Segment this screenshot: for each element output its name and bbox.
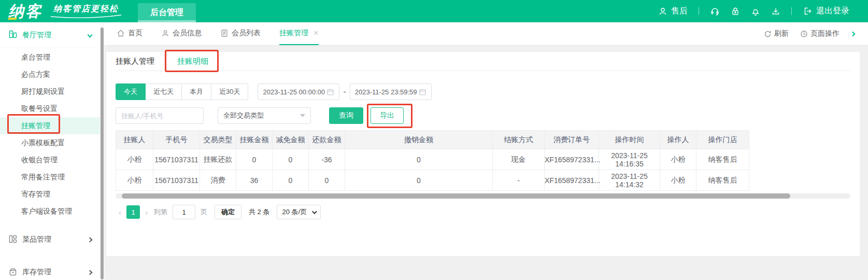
sidebar-item-common-remarks[interactable]: 常用备注管理	[0, 169, 100, 186]
tab-credit-mgmt[interactable]: 挂账管理 ×	[279, 22, 319, 45]
support-button[interactable]: 售后	[658, 6, 688, 17]
goto-page-input[interactable]	[173, 205, 195, 219]
cell: 0	[309, 170, 345, 191]
col-header: 撤销金额	[345, 131, 493, 149]
page-operations-button[interactable]: 页面操作	[800, 29, 839, 38]
search-input[interactable]	[116, 107, 204, 124]
restaurant-icon	[8, 30, 18, 40]
cell: 15671037311	[153, 170, 200, 191]
download-button[interactable]	[771, 7, 780, 16]
cell: 0	[273, 170, 309, 191]
close-icon[interactable]: ×	[314, 28, 319, 38]
support-label: 售后	[671, 6, 688, 17]
sidebar-submenu: 桌台管理 必点方案 厨打规则设置 取餐号设置 挂账管理 小票模板配置 收银台管理…	[0, 48, 100, 220]
date-end-value: 2023-11-25 23:59:59	[355, 88, 417, 96]
download-icon	[771, 7, 780, 16]
table-scrollbar-thumb[interactable]	[122, 193, 790, 199]
dishes-icon	[8, 234, 18, 245]
chevron-right-icon	[88, 270, 93, 275]
inventory-icon	[8, 267, 18, 278]
cell: 小粉	[116, 170, 153, 191]
sidebar-item-pickup-number[interactable]: 取餐号设置	[0, 100, 100, 117]
lock-icon	[731, 7, 740, 16]
subtabs: 挂账人管理 挂账明细	[116, 52, 850, 71]
subtab-credit-person-mgmt[interactable]: 挂账人管理	[116, 57, 154, 66]
quick-range-month[interactable]: 本月	[181, 83, 211, 100]
query-button[interactable]: 查询	[329, 107, 363, 124]
goto-confirm-button[interactable]: 确定	[215, 205, 241, 219]
sidebar-scrollbar[interactable]	[100, 22, 104, 280]
cell: 现金	[493, 149, 545, 170]
main-area: 首页 会员信息 会员列表 挂账管理 × 刷新 页面	[104, 22, 868, 280]
nav-tab-backstage[interactable]: 后台管理	[138, 3, 196, 22]
sidebar-item-cashier-mgmt[interactable]: 收银台管理	[0, 151, 100, 169]
cell: 2023-11-25 14:16:35	[599, 149, 660, 170]
sidebar-item-credit-mgmt[interactable]: 挂账管理	[0, 117, 100, 134]
page-size-select[interactable]: 20 条/页	[277, 205, 321, 219]
table-horizontal-scrollbar[interactable]	[116, 193, 850, 199]
total-count-label: 共 2 条	[249, 207, 269, 217]
next-page-button[interactable]: ›	[142, 208, 151, 217]
col-header: 操作人	[660, 131, 696, 149]
lock-button[interactable]	[731, 7, 740, 16]
sidebar-group-inventory[interactable]: 库存管理	[0, 259, 100, 280]
sidebar-item-receipt-template[interactable]: 小票模板配置	[0, 134, 100, 151]
cell: 小粉	[660, 170, 696, 191]
logout-icon	[803, 6, 813, 16]
col-header: 减免金额	[273, 131, 309, 149]
transaction-type-value: 全部交易类型	[223, 111, 264, 120]
sidebar: 餐厅管理 桌台管理 必点方案 厨打规则设置 取餐号设置 挂账管理 小票模板配置 …	[0, 22, 100, 280]
current-page-button[interactable]: 1	[126, 205, 140, 219]
headset-icon	[710, 6, 720, 16]
clock-icon	[800, 30, 808, 38]
calendar-icon	[419, 88, 426, 96]
date-end-input[interactable]: 2023-11-25 23:59:59	[350, 83, 432, 100]
sidebar-item-must-order[interactable]: 必点方案	[0, 66, 100, 83]
quick-range-30days[interactable]: 近30天	[211, 83, 248, 100]
cell: -	[493, 170, 545, 191]
document-icon	[220, 29, 229, 37]
cell: XF1658972331...	[545, 170, 599, 191]
quick-range-7days[interactable]: 近七天	[145, 83, 182, 100]
tabstrip-actions: 刷新 页面操作	[764, 29, 855, 38]
cell: 0	[345, 170, 493, 191]
subtab-credit-detail[interactable]: 挂账明细	[177, 57, 208, 66]
tab-member-list[interactable]: 会员列表	[220, 22, 261, 45]
content-card: 挂账人管理 挂账明细 今天 近七天 本月 近30天 2023-11-25 00:…	[106, 52, 860, 256]
transaction-type-select[interactable]: 全部交易类型	[218, 107, 311, 124]
sidebar-group-dishes[interactable]: 菜品管理	[0, 227, 100, 253]
service-button[interactable]	[710, 6, 720, 16]
sidebar-item-table-mgmt[interactable]: 桌台管理	[0, 49, 100, 66]
sidebar-item-kitchen-print[interactable]: 厨打规则设置	[0, 83, 100, 100]
sidebar-group-label: 菜品管理	[22, 235, 51, 244]
prev-page-button[interactable]: ‹	[116, 208, 124, 217]
cell: 消费	[200, 170, 236, 191]
notifications-button[interactable]	[751, 7, 760, 16]
col-header: 消费订单号	[545, 131, 599, 149]
logo-text: 纳客	[8, 4, 42, 19]
bell-icon	[751, 7, 760, 16]
sidebar-item-client-devices[interactable]: 客户端设备管理	[0, 203, 100, 220]
cell: 2023-11-25 14:14:32	[599, 170, 660, 191]
quick-range-today[interactable]: 今天	[116, 83, 146, 100]
chevron-down-icon	[88, 33, 93, 38]
table-row[interactable]: 小粉 15671037311 消费 36 0 0 0 - XF165897233…	[116, 170, 749, 191]
table-row[interactable]: 小粉 15671037311 挂账还款 0 0 -36 0 现金 XF16589…	[116, 149, 749, 170]
col-header: 还款金额	[309, 131, 345, 149]
topbar-actions: 售后	[658, 6, 868, 17]
sidebar-scrollbar-thumb[interactable]	[101, 27, 104, 279]
cell: 0	[345, 149, 493, 170]
date-start-input[interactable]: 2023-11-25 00:00:00	[258, 83, 339, 100]
export-button[interactable]: 导出	[371, 107, 404, 124]
sidebar-group-restaurant[interactable]: 餐厅管理	[0, 22, 100, 48]
sidebar-item-deposit-mgmt[interactable]: 寄存管理	[0, 186, 100, 203]
chevron-right-icon[interactable]	[850, 31, 856, 36]
col-header: 结账方式	[493, 131, 545, 149]
tab-home[interactable]: 首页	[117, 22, 143, 45]
tab-member-info[interactable]: 会员信息	[161, 22, 202, 45]
logout-button[interactable]: 退出登录	[803, 6, 849, 17]
refresh-button[interactable]: 刷新	[764, 29, 789, 38]
brand-slogan: 纳客管店更轻松	[50, 4, 122, 19]
brand-logo: 纳客 纳客管店更轻松	[0, 4, 122, 19]
calendar-icon	[326, 88, 334, 96]
